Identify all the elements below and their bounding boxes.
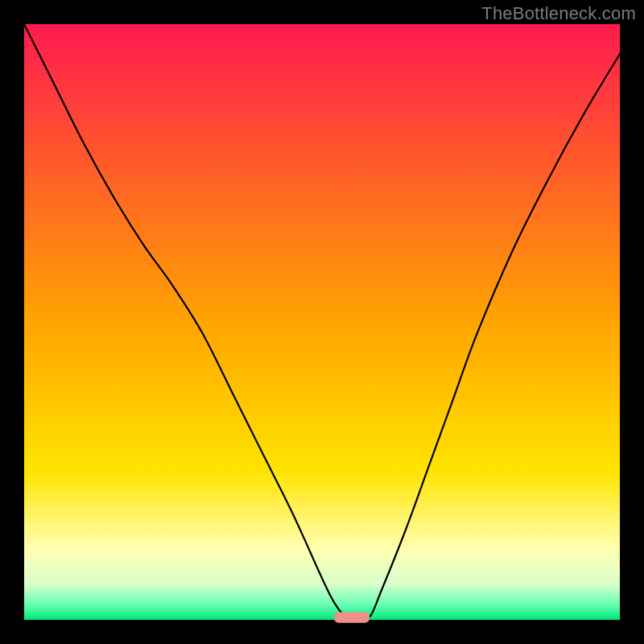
watermark-text: TheBottleneck.com <box>481 3 636 24</box>
bottleneck-chart <box>0 0 644 644</box>
plot-background <box>24 24 620 620</box>
chart-frame: TheBottleneck.com <box>0 0 644 644</box>
optimum-marker <box>334 612 369 622</box>
